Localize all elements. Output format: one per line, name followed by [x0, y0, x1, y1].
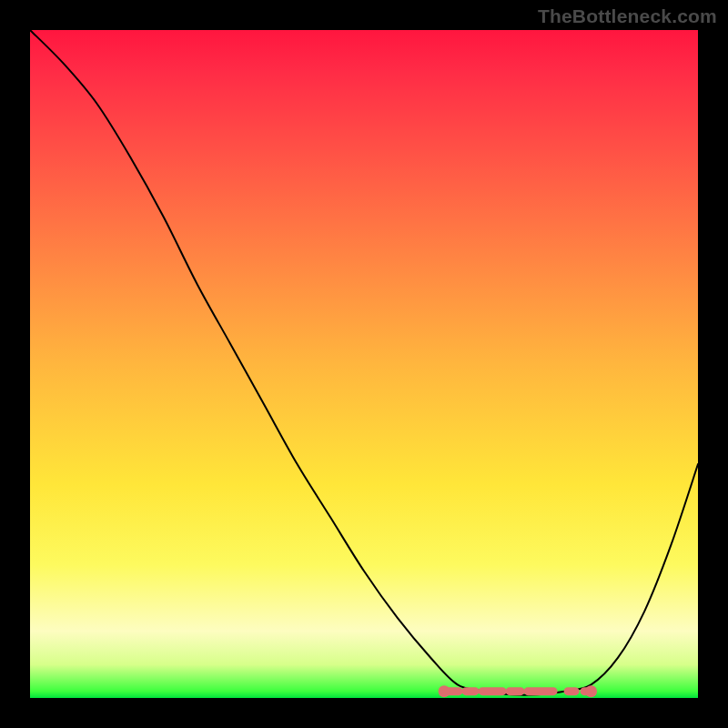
- chart-frame: TheBottleneck.com: [0, 0, 728, 728]
- svg-point-1: [585, 685, 597, 697]
- chart-overlay: [30, 30, 698, 698]
- attribution-label: TheBottleneck.com: [538, 5, 717, 27]
- bottleneck-curve: [30, 30, 698, 695]
- svg-point-0: [439, 685, 450, 697]
- plot-area: [30, 30, 698, 698]
